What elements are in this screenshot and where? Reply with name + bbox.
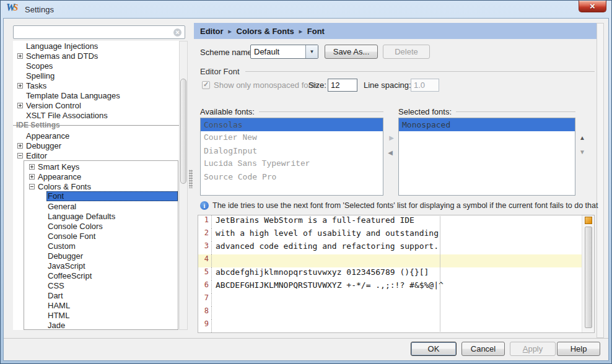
collapse-icon[interactable] [29,184,35,189]
sidebar-item-spelling[interactable]: Spelling [13,71,179,80]
panel-scrollbar[interactable] [597,23,604,338]
size-label: Size: [308,80,326,90]
list-item-source-code-pro[interactable]: Source Code Pro [201,170,383,183]
sidebar-item-debugger[interactable]: Debugger [13,141,179,150]
list-item-dialoginput[interactable]: DialogInput [201,144,383,157]
breadcrumb-editor[interactable]: Editor [200,27,224,36]
close-button[interactable] [579,1,606,12]
breadcrumb-font[interactable]: Font [307,27,325,36]
sidebar-item-html[interactable]: HTML [24,310,178,320]
chevron-down-icon[interactable] [305,45,318,58]
sidebar-item-appearance[interactable]: Appearance [13,131,179,141]
panel-splitter[interactable] [188,41,193,330]
sidebar-item-editor-appearance[interactable]: Appearance [24,171,178,181]
line-spacing-input[interactable] [411,79,439,92]
sidebar-item-cf-debugger[interactable]: Debugger [24,251,178,261]
expand-icon[interactable] [17,53,23,59]
sidebar-item-template-data-languages[interactable]: Template Data Languages [13,90,179,100]
clear-search-icon[interactable] [173,28,181,37]
tree-scrollbar-thumb[interactable] [180,79,186,184]
sidebar-item-jade[interactable]: Jade [24,320,178,330]
section-divider [245,71,595,72]
move-down-icon[interactable] [579,148,586,155]
editor-line: 8 [198,306,582,319]
label-divider [456,111,575,112]
search-input[interactable] [14,28,173,37]
editor-subtree: Smart Keys Appearance Colors & Fonts Fon… [24,160,178,330]
collapse-icon[interactable] [17,153,23,158]
sidebar-item-haml[interactable]: HAML [24,300,178,310]
tree-scrollbar[interactable] [179,41,188,330]
font-preview-editor[interactable]: 1JetBrains WebStorm is a full-featured I… [198,215,595,333]
right-margin-guide [440,216,440,332]
available-fonts-label: Available fonts: [200,107,255,116]
sidebar-item-javascript[interactable]: JavaScript [24,261,178,271]
sidebar-item-version-control[interactable]: Version Control [13,100,179,110]
sidebar-item-language-defaults[interactable]: Language Defaults [24,211,178,221]
available-fonts-list: Consolas Courier New DialogInput Lucida … [200,118,383,196]
sidebar-item-tasks[interactable]: Tasks [13,80,179,90]
list-item-monospaced[interactable]: Monospaced [399,118,575,131]
editor-current-line: 4 [198,254,582,267]
sidebar-item-language-injections[interactable]: Language Injections [13,41,179,51]
list-item-lucida-sans-typewriter[interactable]: Lucida Sans Typewriter [201,157,383,170]
list-item-courier-new[interactable]: Courier New [201,131,383,144]
help-button[interactable]: Help [557,342,600,356]
expand-icon[interactable] [29,174,35,180]
window-title: Settings [25,5,54,14]
sidebar-item-xslt-file-associations[interactable]: XSLT File Associations [13,110,179,120]
sidebar-item-general[interactable]: General [24,201,178,211]
sidebar-item-dart[interactable]: Dart [24,290,178,300]
sidebar-item-editor[interactable]: Editor [13,150,179,160]
editor-line: 7 [198,293,582,306]
sidebar-item-smart-keys[interactable]: Smart Keys [24,162,178,171]
size-input[interactable] [328,79,357,92]
webstorm-logo-icon: WS [6,4,21,15]
move-left-icon[interactable] [387,149,394,156]
move-right-icon[interactable] [388,134,395,141]
sidebar-item-css[interactable]: CSS [24,280,178,290]
selected-fonts-list: Monospaced [398,118,575,196]
sidebar-item-font[interactable]: Font [24,191,178,201]
line-spacing-label: Line spacing: [364,80,411,90]
title-bar: WS Settings [1,1,611,18]
chevron-right-icon [229,28,232,35]
editor-scrollbar-thumb[interactable] [585,227,592,328]
scheme-select[interactable]: Default [250,45,318,59]
ide-settings-separator: IDE Settings [13,121,183,129]
sidebar-item-custom[interactable]: Custom [24,241,178,251]
sidebar-item-console-colors[interactable]: Console Colors [24,221,178,231]
apply-button[interactable]: Apply [510,342,556,356]
editor-line: 9 [198,319,582,332]
expand-icon[interactable] [17,103,23,108]
sidebar-item-scopes[interactable]: Scopes [13,61,179,71]
expand-icon[interactable] [17,143,23,149]
monospaced-checkbox-label: Show only monospaced fonts [214,80,319,90]
expand-icon[interactable] [17,83,23,89]
cancel-button[interactable]: Cancel [461,342,505,356]
sidebar-item-colors-and-fonts[interactable]: Colors & Fonts [24,181,178,191]
splitter-grip-icon [189,170,193,188]
sidebar-item-schemas-and-dtds[interactable]: Schemas and DTDs [13,51,179,61]
editor-line: 2with a high level of usability and outs… [198,228,582,241]
settings-search [13,25,185,39]
scheme-name-label: Scheme name: [200,48,254,57]
move-up-icon[interactable] [579,134,586,141]
expand-icon[interactable] [29,164,35,170]
breadcrumb: Editor Colors & Fonts Font [194,23,597,39]
editor-font-section-title: Editor Font [200,67,240,76]
info-icon [200,201,209,210]
list-item-consolas[interactable]: Consolas [201,118,383,131]
sidebar-item-console-font[interactable]: Console Font [24,231,178,241]
editor-scrollbar[interactable] [582,215,594,332]
monospaced-checkbox[interactable] [202,81,210,89]
save-as-button[interactable]: Save As... [325,45,378,59]
ok-button[interactable]: OK [411,342,457,356]
selected-fonts-label: Selected fonts: [398,107,452,116]
breadcrumb-colors-fonts[interactable]: Colors & Fonts [237,27,294,36]
sidebar-item-coffeescript[interactable]: CoffeeScript [24,271,178,280]
delete-button[interactable]: Delete [383,45,430,59]
error-stripe-marker[interactable] [585,217,592,224]
label-divider [259,111,383,112]
editor-line: 6ABCDEFGHIJKLMNOPQRSTUVWXYZ +-*/= .,;:!?… [198,280,582,293]
